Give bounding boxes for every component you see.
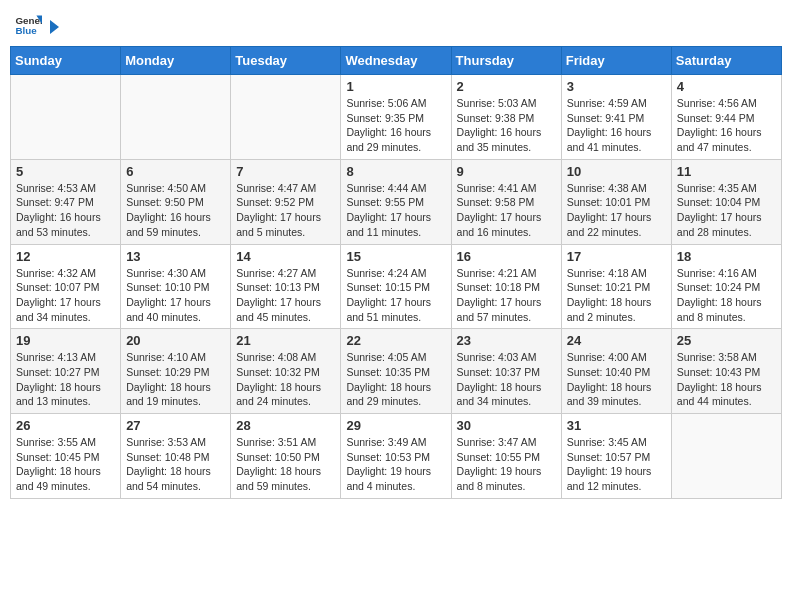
day-info: Sunrise: 5:06 AM Sunset: 9:35 PM Dayligh… (346, 96, 445, 155)
calendar-day-cell: 20Sunrise: 4:10 AM Sunset: 10:29 PM Dayl… (121, 329, 231, 414)
day-info: Sunrise: 4:38 AM Sunset: 10:01 PM Daylig… (567, 181, 666, 240)
calendar-day-cell: 23Sunrise: 4:03 AM Sunset: 10:37 PM Dayl… (451, 329, 561, 414)
day-info: Sunrise: 4:56 AM Sunset: 9:44 PM Dayligh… (677, 96, 776, 155)
day-number: 27 (126, 418, 225, 433)
calendar-day-cell: 7Sunrise: 4:47 AM Sunset: 9:52 PM Daylig… (231, 159, 341, 244)
calendar-day-cell: 31Sunrise: 3:45 AM Sunset: 10:57 PM Dayl… (561, 414, 671, 499)
day-number: 21 (236, 333, 335, 348)
calendar-day-cell: 19Sunrise: 4:13 AM Sunset: 10:27 PM Dayl… (11, 329, 121, 414)
calendar-day-header: Saturday (671, 47, 781, 75)
day-number: 16 (457, 249, 556, 264)
calendar-day-cell: 12Sunrise: 4:32 AM Sunset: 10:07 PM Dayl… (11, 244, 121, 329)
day-number: 14 (236, 249, 335, 264)
day-info: Sunrise: 4:16 AM Sunset: 10:24 PM Daylig… (677, 266, 776, 325)
day-number: 12 (16, 249, 115, 264)
logo: General Blue (14, 10, 64, 38)
calendar-week-row: 1Sunrise: 5:06 AM Sunset: 9:35 PM Daylig… (11, 75, 782, 160)
calendar-day-cell: 24Sunrise: 4:00 AM Sunset: 10:40 PM Dayl… (561, 329, 671, 414)
day-info: Sunrise: 4:08 AM Sunset: 10:32 PM Daylig… (236, 350, 335, 409)
day-info: Sunrise: 4:50 AM Sunset: 9:50 PM Dayligh… (126, 181, 225, 240)
day-info: Sunrise: 4:41 AM Sunset: 9:58 PM Dayligh… (457, 181, 556, 240)
calendar-header-row: SundayMondayTuesdayWednesdayThursdayFrid… (11, 47, 782, 75)
calendar-day-cell: 14Sunrise: 4:27 AM Sunset: 10:13 PM Dayl… (231, 244, 341, 329)
day-number: 25 (677, 333, 776, 348)
calendar-day-header: Monday (121, 47, 231, 75)
calendar-day-cell: 28Sunrise: 3:51 AM Sunset: 10:50 PM Dayl… (231, 414, 341, 499)
day-info: Sunrise: 4:30 AM Sunset: 10:10 PM Daylig… (126, 266, 225, 325)
calendar-day-cell: 2Sunrise: 5:03 AM Sunset: 9:38 PM Daylig… (451, 75, 561, 160)
day-number: 26 (16, 418, 115, 433)
day-number: 11 (677, 164, 776, 179)
calendar-day-cell: 21Sunrise: 4:08 AM Sunset: 10:32 PM Dayl… (231, 329, 341, 414)
svg-text:Blue: Blue (15, 25, 37, 36)
day-info: Sunrise: 4:32 AM Sunset: 10:07 PM Daylig… (16, 266, 115, 325)
day-number: 18 (677, 249, 776, 264)
day-info: Sunrise: 4:00 AM Sunset: 10:40 PM Daylig… (567, 350, 666, 409)
calendar-day-cell (11, 75, 121, 160)
day-info: Sunrise: 4:53 AM Sunset: 9:47 PM Dayligh… (16, 181, 115, 240)
day-info: Sunrise: 3:51 AM Sunset: 10:50 PM Daylig… (236, 435, 335, 494)
calendar-day-cell: 1Sunrise: 5:06 AM Sunset: 9:35 PM Daylig… (341, 75, 451, 160)
day-info: Sunrise: 4:10 AM Sunset: 10:29 PM Daylig… (126, 350, 225, 409)
logo-chevron (45, 17, 63, 37)
day-info: Sunrise: 4:05 AM Sunset: 10:35 PM Daylig… (346, 350, 445, 409)
calendar-day-cell: 17Sunrise: 4:18 AM Sunset: 10:21 PM Dayl… (561, 244, 671, 329)
calendar-day-cell: 4Sunrise: 4:56 AM Sunset: 9:44 PM Daylig… (671, 75, 781, 160)
calendar-day-cell: 16Sunrise: 4:21 AM Sunset: 10:18 PM Dayl… (451, 244, 561, 329)
day-number: 7 (236, 164, 335, 179)
day-number: 3 (567, 79, 666, 94)
day-info: Sunrise: 4:03 AM Sunset: 10:37 PM Daylig… (457, 350, 556, 409)
calendar-day-header: Thursday (451, 47, 561, 75)
day-number: 29 (346, 418, 445, 433)
day-info: Sunrise: 4:47 AM Sunset: 9:52 PM Dayligh… (236, 181, 335, 240)
day-number: 31 (567, 418, 666, 433)
calendar-day-cell: 15Sunrise: 4:24 AM Sunset: 10:15 PM Dayl… (341, 244, 451, 329)
day-info: Sunrise: 3:45 AM Sunset: 10:57 PM Daylig… (567, 435, 666, 494)
day-info: Sunrise: 4:21 AM Sunset: 10:18 PM Daylig… (457, 266, 556, 325)
calendar-day-cell (121, 75, 231, 160)
calendar-day-cell: 3Sunrise: 4:59 AM Sunset: 9:41 PM Daylig… (561, 75, 671, 160)
calendar-day-cell: 30Sunrise: 3:47 AM Sunset: 10:55 PM Dayl… (451, 414, 561, 499)
calendar-week-row: 19Sunrise: 4:13 AM Sunset: 10:27 PM Dayl… (11, 329, 782, 414)
day-number: 1 (346, 79, 445, 94)
logo-icon: General Blue (14, 10, 42, 38)
day-number: 10 (567, 164, 666, 179)
day-number: 20 (126, 333, 225, 348)
day-info: Sunrise: 4:27 AM Sunset: 10:13 PM Daylig… (236, 266, 335, 325)
page-header: General Blue (10, 10, 782, 38)
day-info: Sunrise: 4:18 AM Sunset: 10:21 PM Daylig… (567, 266, 666, 325)
day-number: 9 (457, 164, 556, 179)
calendar-week-row: 5Sunrise: 4:53 AM Sunset: 9:47 PM Daylig… (11, 159, 782, 244)
day-info: Sunrise: 4:35 AM Sunset: 10:04 PM Daylig… (677, 181, 776, 240)
calendar-table: SundayMondayTuesdayWednesdayThursdayFrid… (10, 46, 782, 499)
day-number: 19 (16, 333, 115, 348)
day-info: Sunrise: 3:49 AM Sunset: 10:53 PM Daylig… (346, 435, 445, 494)
day-number: 28 (236, 418, 335, 433)
calendar-day-cell: 8Sunrise: 4:44 AM Sunset: 9:55 PM Daylig… (341, 159, 451, 244)
calendar-week-row: 12Sunrise: 4:32 AM Sunset: 10:07 PM Dayl… (11, 244, 782, 329)
day-number: 15 (346, 249, 445, 264)
calendar-day-cell: 11Sunrise: 4:35 AM Sunset: 10:04 PM Dayl… (671, 159, 781, 244)
day-info: Sunrise: 4:59 AM Sunset: 9:41 PM Dayligh… (567, 96, 666, 155)
calendar-day-cell: 26Sunrise: 3:55 AM Sunset: 10:45 PM Dayl… (11, 414, 121, 499)
svg-marker-3 (50, 20, 59, 34)
calendar-day-cell: 29Sunrise: 3:49 AM Sunset: 10:53 PM Dayl… (341, 414, 451, 499)
day-info: Sunrise: 4:13 AM Sunset: 10:27 PM Daylig… (16, 350, 115, 409)
calendar-week-row: 26Sunrise: 3:55 AM Sunset: 10:45 PM Dayl… (11, 414, 782, 499)
calendar-day-cell: 22Sunrise: 4:05 AM Sunset: 10:35 PM Dayl… (341, 329, 451, 414)
day-number: 24 (567, 333, 666, 348)
day-number: 8 (346, 164, 445, 179)
day-number: 17 (567, 249, 666, 264)
day-info: Sunrise: 4:24 AM Sunset: 10:15 PM Daylig… (346, 266, 445, 325)
day-number: 13 (126, 249, 225, 264)
calendar-day-cell: 27Sunrise: 3:53 AM Sunset: 10:48 PM Dayl… (121, 414, 231, 499)
calendar-day-header: Tuesday (231, 47, 341, 75)
day-number: 5 (16, 164, 115, 179)
calendar-day-header: Sunday (11, 47, 121, 75)
calendar-day-header: Friday (561, 47, 671, 75)
day-info: Sunrise: 3:55 AM Sunset: 10:45 PM Daylig… (16, 435, 115, 494)
day-info: Sunrise: 5:03 AM Sunset: 9:38 PM Dayligh… (457, 96, 556, 155)
calendar-day-cell: 10Sunrise: 4:38 AM Sunset: 10:01 PM Dayl… (561, 159, 671, 244)
calendar-day-cell: 13Sunrise: 4:30 AM Sunset: 10:10 PM Dayl… (121, 244, 231, 329)
day-info: Sunrise: 3:53 AM Sunset: 10:48 PM Daylig… (126, 435, 225, 494)
